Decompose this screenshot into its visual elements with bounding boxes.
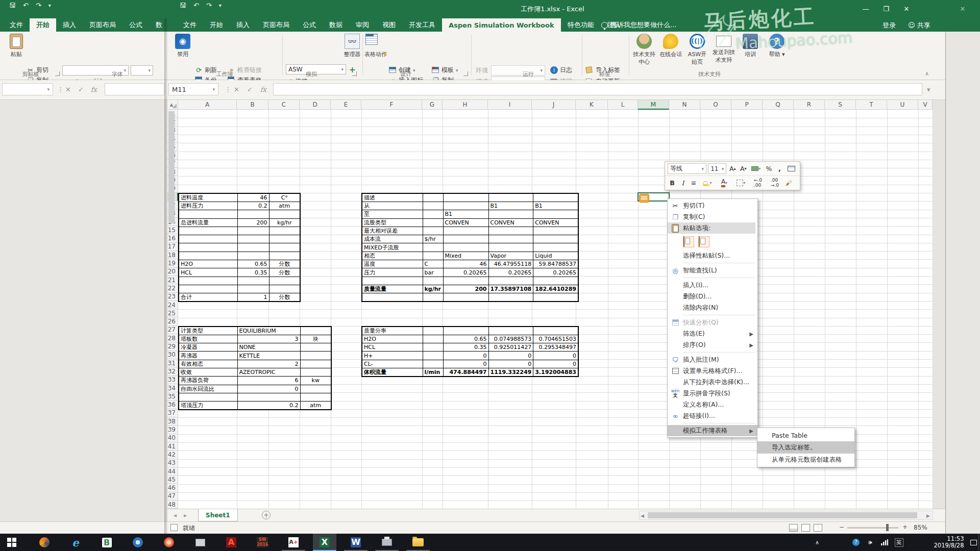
cell-B22[interactable] [237,285,269,293]
formula-expand-icon[interactable]: ▾ [927,83,930,95]
cell-H30[interactable]: 0 [443,352,488,360]
cell-G13[interactable] [423,210,443,218]
cell-H27[interactable] [443,327,488,335]
column-header-D[interactable]: D [300,100,331,110]
row-header-28[interactable]: 28 [167,334,178,342]
cell-J18[interactable]: Liquid [533,252,578,260]
row-header-41[interactable]: 41 [167,442,178,450]
cell-BC29[interactable]: NONE [237,343,300,352]
cell-C13[interactable] [269,210,300,218]
row-header-37[interactable]: 37 [167,409,178,417]
cell-C18[interactable] [269,252,300,260]
cell-A33[interactable]: 再沸器负荷 [179,377,237,385]
macro-record-icon[interactable] [170,524,178,531]
cell-G29[interactable] [423,343,443,352]
new-sheet-icon[interactable]: + [262,511,271,519]
decrease-decimal-icon[interactable]: .00→.0 [767,178,782,188]
cell-C15[interactable] [269,227,300,235]
cell-B17[interactable] [237,243,269,252]
cell-F14[interactable]: 流股类型 [362,218,423,227]
cell-C12[interactable]: atm [269,202,300,210]
taskbar-word-icon[interactable]: W [344,534,368,551]
bg-tab-公式[interactable]: 公式 [122,18,149,32]
borders-icon[interactable]: ▾ [733,178,749,188]
taskbar-red-app-icon[interactable] [157,534,181,551]
row-header-33[interactable]: 33 [167,376,178,384]
vscroll-up-icon[interactable]: ▲ [167,101,176,108]
feed-spec-table[interactable]: 进料温度46C°进料压力0.2atm总进料流量200kg/hrH2O0.65分数… [178,193,301,302]
cell-D32[interactable] [300,368,331,376]
cell-H16[interactable] [443,235,488,243]
tab-文件[interactable]: 文件 [177,18,203,32]
cell-J17[interactable] [533,243,578,252]
bg-tab-数[interactable]: 数 [149,18,164,32]
menu-item-21[interactable]: ∞超链接(I)... [668,410,757,421]
cell-C14[interactable]: kg/hr [269,218,300,227]
cell-G14[interactable] [423,218,443,227]
menu-item-1[interactable]: ❐复制(C) [668,211,757,222]
taskbar-volume-icon[interactable]: 🕪 [864,534,877,551]
enter-icon[interactable]: ✓ [247,86,253,93]
cell-F29[interactable]: HCL [362,343,423,352]
organizer-button[interactable]: 👓整理器 [341,33,363,58]
cell-F21[interactable] [362,277,423,285]
background-window-close-icon[interactable]: ✕ [952,1,973,16]
column-header-S[interactable]: S [825,100,856,110]
asw-start-page-button[interactable]: ((|))ASW开始页 [686,33,708,66]
taskbar-browser-dark-icon[interactable] [33,534,56,551]
sheet-next-icon[interactable]: ▸ [184,512,187,519]
cell-D34[interactable] [300,385,331,393]
cell-B15[interactable] [237,227,269,235]
cell-F12[interactable]: 从 [362,202,423,210]
cell-BC27[interactable]: EQUILIBRIUM [237,327,300,335]
column-header-R[interactable]: R [794,100,825,110]
cell-BC32[interactable]: AZEOTROPIC [237,368,300,376]
tab-审阅[interactable]: 审阅 [349,18,376,32]
cell-H15[interactable] [443,227,488,235]
cell-BC28[interactable]: 3 [237,335,300,343]
cell-I32[interactable]: 1119.332249 [488,368,533,377]
row-header-29[interactable]: 29 [167,342,178,350]
training-button[interactable]: 培训 [739,33,762,58]
cell-A31[interactable]: 有效相态 [179,360,237,368]
cell-I23[interactable] [488,293,533,302]
column-header-Q[interactable]: Q [763,100,794,110]
online-session-button[interactable]: 在线会话 [659,33,682,58]
bg-formula-input[interactable] [105,83,164,95]
redo-icon[interactable]: ↷ [36,2,41,9]
taskbar-clock[interactable]: 11:532019/8/28 [929,534,969,551]
column-header-M[interactable]: M [638,100,669,110]
cell-I31[interactable]: 0 [488,360,533,368]
column-header-H[interactable]: H [443,100,488,110]
cell-F16[interactable]: 成本流 [362,235,423,243]
row-header-23[interactable]: 23 [167,293,178,301]
cell-G31[interactable] [423,360,443,368]
formula-input[interactable] [273,83,922,95]
save-icon[interactable]: 🖫 [9,2,16,9]
row-header-45[interactable]: 45 [167,475,178,484]
cell-A19[interactable]: H2O [179,260,237,268]
cell-B14[interactable]: 200 [237,218,269,227]
align-icon[interactable]: ≡ [689,178,698,188]
column-header-O[interactable]: O [700,100,731,110]
bold-icon[interactable]: B [668,178,677,188]
row-header-25[interactable]: 25 [167,309,178,317]
cell-C19[interactable]: 分数 [269,260,300,268]
column-header-F[interactable]: F [361,100,422,110]
sign-in-link[interactable]: 登录 [883,21,896,30]
menu-item-17[interactable]: 设置单元格格式(F)... [668,365,757,377]
cell-H13[interactable]: B1 [443,210,488,218]
menu-item-19[interactable]: wén文显示拼音字段(S) [668,388,757,399]
stream-results-table[interactable]: 描述从B1B1至B1流股类型CONVENCONVENCONVEN最大相对误差成本… [361,193,579,302]
cell-I15[interactable] [488,227,533,235]
cell-A16[interactable] [179,235,237,243]
cell-G17[interactable] [423,243,443,252]
cell-B18[interactable] [237,252,269,260]
redo-icon[interactable]: ↷ [206,2,212,9]
cell-J15[interactable] [533,227,578,235]
cell-G30[interactable] [423,352,443,360]
menu-item-18[interactable]: 从下拉列表中选择(K)... [668,377,757,388]
cell-B23[interactable]: 1 [237,293,269,302]
mass-fraction-table[interactable]: 质量分率H2O0.650.0749885730.704651503HCL0.35… [361,326,579,377]
support-center-button[interactable]: 技术支持中心 [633,33,655,66]
